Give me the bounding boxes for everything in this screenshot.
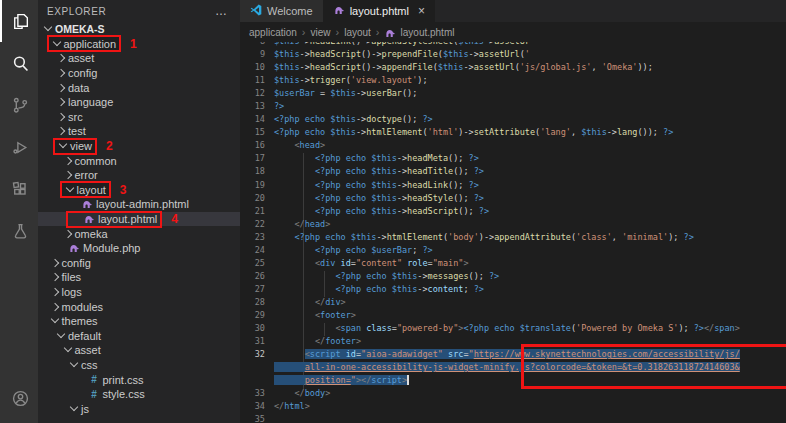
tree-item-src[interactable]: src <box>38 110 240 125</box>
more-actions-icon[interactable]: … <box>215 4 240 18</box>
line-number: 23 <box>240 231 274 244</box>
code-line[interactable]: 18 <?php echo $this->headTitle(); ?> <box>240 165 786 178</box>
search-icon[interactable] <box>0 42 38 84</box>
tree-item-OMEKA-S[interactable]: OMEKA-S <box>38 22 240 37</box>
breadcrumb-application[interactable]: application <box>249 27 297 38</box>
breadcrumb: application › view › layout › layout.pht… <box>240 22 786 42</box>
chevron-right-icon <box>63 229 73 239</box>
code-line[interactable]: 26 <?php echo $this->messages(); ?> <box>240 270 786 283</box>
code-line[interactable]: 25 <div id="content" role="main"> <box>240 257 786 270</box>
tab-layout-phtml[interactable]: layout.phtml × <box>324 0 435 22</box>
code-line[interactable]: 24 <?php echo $userBar; ?> <box>240 244 786 257</box>
tab-welcome[interactable]: Welcome <box>240 0 324 22</box>
code-line[interactable]: 35 <box>240 413 786 423</box>
selected-text: position="></script> <box>274 375 409 385</box>
code-line[interactable]: 21 <?php echo $this->headScript(); ?> <box>240 205 786 218</box>
tree-item-language[interactable]: language <box>38 95 240 110</box>
tree-item-view[interactable]: view2 <box>38 139 240 154</box>
code-line[interactable]: 23 <?php echo $this->htmlElement('body')… <box>240 231 786 244</box>
tree-item-label: layout <box>77 184 106 196</box>
explorer-sidebar: EXPLORER … OMEKA-Sapplication1assetconfi… <box>38 0 240 423</box>
chevron-right-icon <box>63 156 73 166</box>
code-area[interactable]: 8$this->headLink()->appendStylesheet($th… <box>240 35 786 423</box>
php-file-icon <box>334 5 345 18</box>
code-line[interactable]: 17 <?php echo $this->headMeta(); ?> <box>240 152 786 165</box>
code-line[interactable]: 30 <span class="powered-by"><?php echo $… <box>240 322 786 335</box>
run-debug-icon[interactable] <box>0 126 38 168</box>
breadcrumb-view[interactable]: view <box>310 27 330 38</box>
tree-item-modules[interactable]: modules <box>38 299 240 314</box>
code-line[interactable]: 29 <footer> <box>240 309 786 322</box>
code-line[interactable]: 11$this->trigger('view.layout'); <box>240 74 786 87</box>
code-line[interactable]: 28 </div> <box>240 296 786 309</box>
php-file-icon <box>83 214 96 225</box>
code-line[interactable]: 15<?php echo $this->htmlElement('html')-… <box>240 126 786 139</box>
line-number: 15 <box>240 126 274 139</box>
tree-item-css[interactable]: css <box>38 358 240 373</box>
tree-item-test[interactable]: test <box>38 124 240 139</box>
line-number: 13 <box>240 100 274 113</box>
code-line[interactable]: 27 <?php echo $this->content; ?> <box>240 283 786 296</box>
line-number: 32 <box>240 348 274 361</box>
tree-item-Module.php[interactable]: Module.php <box>38 241 240 256</box>
chevron-right-icon <box>56 126 66 136</box>
tree-item-logs[interactable]: logs <box>38 285 240 300</box>
editor-region: 8$this->headLink()->appendStylesheet($th… <box>240 0 786 423</box>
line-number: 14 <box>240 113 274 126</box>
tree-item-common[interactable]: common <box>38 153 240 168</box>
tree-item-themes[interactable]: themes <box>38 314 240 329</box>
tree-item-default[interactable]: default <box>38 329 240 344</box>
tree-item-label: src <box>68 111 83 123</box>
chevron-right-icon <box>56 83 66 93</box>
code-line[interactable]: 22 </head> <box>240 218 786 231</box>
line-number: 20 <box>240 192 274 205</box>
code-line[interactable]: 14<?php echo $this->doctype(); ?> <box>240 113 786 126</box>
testing-icon[interactable] <box>0 210 38 252</box>
tree-item-files[interactable]: files <box>38 270 240 285</box>
selected-text: all-in-one-accessibility-js-widget-minif… <box>274 362 740 372</box>
line-number: 25 <box>240 257 274 270</box>
tree-item-layout-admin.phtml[interactable]: layout-admin.phtml <box>38 197 240 212</box>
tree-item-style.css[interactable]: #style.css <box>38 387 240 402</box>
line-number: 27 <box>240 283 274 296</box>
tree-item-error[interactable]: error <box>38 168 240 183</box>
tree-item-asset[interactable]: asset <box>38 343 240 358</box>
line-number: 10 <box>240 61 274 74</box>
extensions-icon[interactable] <box>0 168 38 210</box>
account-icon[interactable] <box>0 377 38 419</box>
tree-item-application[interactable]: application1 <box>38 37 240 52</box>
tree-item-config[interactable]: config <box>38 256 240 271</box>
code-line[interactable]: 32 <script id="aioa-adawidget" src="http… <box>240 348 786 361</box>
php-file-icon <box>68 243 81 254</box>
code-line[interactable]: 19 <?php echo $this->headLink(); ?> <box>240 179 786 192</box>
code-line[interactable]: all-in-one-accessibility-js-widget-minif… <box>240 361 786 374</box>
code-line[interactable]: 34</html> <box>240 400 786 413</box>
tree-item-asset[interactable]: asset <box>38 51 240 66</box>
tree-item-omeka[interactable]: omeka <box>38 226 240 241</box>
line-number: 29 <box>240 309 274 322</box>
code-line[interactable]: 13?> <box>240 100 786 113</box>
explorer-icon[interactable] <box>0 0 38 42</box>
css-file-icon: # <box>88 374 101 385</box>
code-line[interactable]: position="></script> <box>240 374 786 387</box>
source-control-icon[interactable] <box>0 84 38 126</box>
code-line[interactable]: 31 </footer> <box>240 335 786 348</box>
breadcrumb-layout[interactable]: layout <box>344 27 371 38</box>
code-line[interactable]: 16 <head> <box>240 139 786 152</box>
breadcrumb-file[interactable]: layout.phtml <box>401 27 455 38</box>
tree-item-data[interactable]: data <box>38 80 240 95</box>
tree-item-layout.phtml[interactable]: layout.phtml4 <box>38 212 240 227</box>
code-line[interactable]: 12$userBar = $this->userBar(); <box>240 87 786 100</box>
tree-item-label: logs <box>62 286 82 298</box>
tree-item-config[interactable]: config <box>38 66 240 81</box>
tree-item-layout[interactable]: layout3 <box>38 183 240 198</box>
code-line[interactable]: 20 <?php echo $this->headStyle(); ?> <box>240 192 786 205</box>
close-icon[interactable]: × <box>418 4 425 18</box>
chevron-right-icon <box>63 170 73 180</box>
code-line[interactable]: 9$this->headScript()->prependFile($this-… <box>240 48 786 61</box>
tree-item-print.css[interactable]: #print.css <box>38 372 240 387</box>
code-line[interactable]: 10$this->headScript()->appendFile($this-… <box>240 61 786 74</box>
tree-item-js[interactable]: js <box>38 402 240 417</box>
code-line[interactable]: 33 </body> <box>240 387 786 400</box>
vscode-logo-icon <box>250 4 262 18</box>
